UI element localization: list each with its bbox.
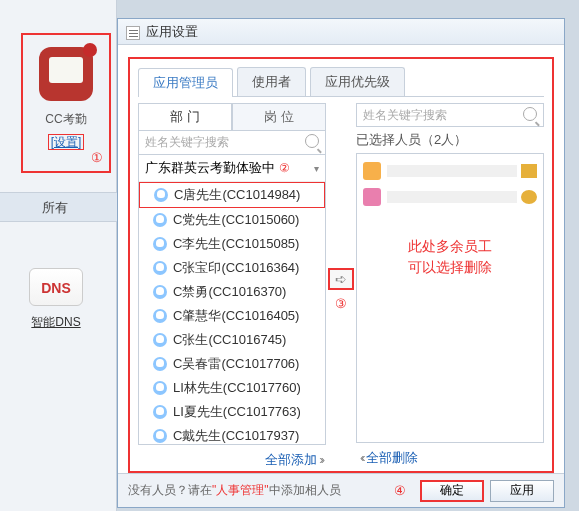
app-icon-annotation: CC考勤 [设置] ① xyxy=(21,33,111,173)
dialog-titlebar: 应用设置 xyxy=(118,19,564,45)
person-row[interactable]: C张宝印(CC1016364) xyxy=(139,256,325,280)
cc-attendance-icon[interactable] xyxy=(39,47,93,101)
subtab-post[interactable]: 岗 位 xyxy=(232,103,326,130)
search-icon xyxy=(523,107,537,121)
chevron-right-icon: ›› xyxy=(319,452,322,467)
person-row[interactable]: C吴春雷(CC1017706) xyxy=(139,352,325,376)
person-name: C吴春雷(CC1017706) xyxy=(173,355,299,373)
subtab-dept[interactable]: 部 门 xyxy=(138,103,232,130)
person-icon xyxy=(153,237,167,251)
person-icon xyxy=(153,357,167,371)
person-row[interactable]: LI夏先生(CC1017763) xyxy=(139,400,325,424)
person-icon xyxy=(153,309,167,323)
person-icon xyxy=(153,261,167,275)
badge-icon xyxy=(521,164,537,178)
person-name: LI林先生(CC1017760) xyxy=(173,379,301,397)
search-left[interactable]: 姓名关键字搜索 xyxy=(138,131,326,155)
person-icon xyxy=(153,213,167,227)
subtabs: 部 门 岗 位 xyxy=(138,103,326,131)
person-name: C戴先生(CC1017937) xyxy=(173,427,299,445)
search-right[interactable]: 姓名关键字搜索 xyxy=(356,103,544,127)
app-label: CC考勤 xyxy=(23,111,109,128)
move-right-button[interactable]: ➪ xyxy=(328,268,354,290)
tab-user[interactable]: 使用者 xyxy=(237,67,306,96)
person-row[interactable]: C唐先生(CC1014984) xyxy=(139,182,325,208)
dept-tree: 广东群英云考勤体验中 ② ▾ C唐先生(CC1014984) C党先生(CC10… xyxy=(138,155,326,445)
blurred-name xyxy=(387,191,517,203)
tree-root-label: 广东群英云考勤体验中 xyxy=(145,159,275,177)
remove-icon[interactable] xyxy=(521,190,537,204)
annotation-4: ④ xyxy=(394,483,406,498)
chevron-down-icon: ▾ xyxy=(314,163,319,174)
selected-item[interactable] xyxy=(361,184,539,210)
app-settings-dialog: 应用设置 应用管理员 使用者 应用优先级 部 门 岗 位 姓名关键字搜索 广东群… xyxy=(117,18,565,508)
person-name: C肇慧华(CC1016405) xyxy=(173,307,299,325)
person-icon xyxy=(153,429,167,443)
dns-label: 智能DNS xyxy=(29,314,83,331)
right-column: 姓名关键字搜索 已选择人员（2人） xyxy=(356,103,544,475)
apply-button[interactable]: 应用 xyxy=(490,480,554,502)
left-column: 部 门 岗 位 姓名关键字搜索 广东群英云考勤体验中 ② ▾ C唐先生(CC10… xyxy=(138,103,326,475)
person-name: C张生(CC1016745) xyxy=(173,331,286,349)
tab-admin[interactable]: 应用管理员 xyxy=(138,68,233,97)
person-row[interactable]: LI林先生(CC1017760) xyxy=(139,376,325,400)
person-row[interactable]: C李先生(CC1015085) xyxy=(139,232,325,256)
person-row[interactable]: C党先生(CC1015060) xyxy=(139,208,325,232)
settings-link-wrap: [设置] xyxy=(23,134,109,151)
person-row[interactable]: C肇慧华(CC1016405) xyxy=(139,304,325,328)
search-placeholder: 姓名关键字搜索 xyxy=(145,135,229,149)
selected-list: 此处多余员工 可以选择删除 xyxy=(356,153,544,443)
dialog-footer: 没有人员？请在"人事管理"中添加相人员 ④ 确定 应用 xyxy=(118,473,564,507)
chevron-left-icon: ‹‹ xyxy=(360,450,363,465)
person-icon xyxy=(153,333,167,347)
dialog-title: 应用设置 xyxy=(146,24,198,39)
tab-priority[interactable]: 应用优先级 xyxy=(310,67,405,96)
add-all-link[interactable]: 全部添加›› xyxy=(138,445,326,475)
mid-column: ➪ ③ xyxy=(326,103,356,475)
person-icon xyxy=(153,381,167,395)
person-name: C禁勇(CC1016370) xyxy=(173,283,286,301)
avatar xyxy=(363,162,381,180)
blurred-name xyxy=(387,165,517,177)
person-name: C张宝印(CC1016364) xyxy=(173,259,299,277)
tree-root[interactable]: 广东群英云考勤体验中 ② ▾ xyxy=(139,155,325,182)
search-icon xyxy=(305,134,319,148)
tabbar: 应用管理员 使用者 应用优先级 xyxy=(138,67,544,97)
person-row[interactable]: C禁勇(CC1016370) xyxy=(139,280,325,304)
person-icon xyxy=(154,188,168,202)
person-name: C李先生(CC1015085) xyxy=(173,235,299,253)
person-row[interactable]: C戴先生(CC1017937) xyxy=(139,424,325,445)
person-icon xyxy=(153,405,167,419)
person-name: LI夏先生(CC1017763) xyxy=(173,403,301,421)
dialog-body: 应用管理员 使用者 应用优先级 部 门 岗 位 姓名关键字搜索 广东群英云考勤体… xyxy=(128,57,554,473)
left-panel: CC考勤 [设置] ① 所有 DNS 智能DNS xyxy=(0,0,117,511)
dns-app[interactable]: DNS 智能DNS xyxy=(29,268,83,331)
selected-count: 已选择人员（2人） xyxy=(356,127,544,153)
dns-icon: DNS xyxy=(29,268,83,306)
annotation-2: ② xyxy=(279,161,290,175)
footer-text: 没有人员？请在"人事管理"中添加相人员 xyxy=(128,482,341,499)
search-placeholder: 姓名关键字搜索 xyxy=(363,108,447,122)
delete-all-link[interactable]: ‹‹全部删除 xyxy=(356,443,544,473)
ok-button[interactable]: 确定 xyxy=(420,480,484,502)
settings-link[interactable]: [设置] xyxy=(48,134,85,150)
settings-icon xyxy=(126,26,140,40)
annotation-3: ③ xyxy=(335,296,347,311)
person-name: C党先生(CC1015060) xyxy=(173,211,299,229)
avatar xyxy=(363,188,381,206)
person-icon xyxy=(153,285,167,299)
annotation-1: ① xyxy=(91,150,103,165)
tab-all[interactable]: 所有 xyxy=(0,192,117,222)
selected-item[interactable] xyxy=(361,158,539,184)
person-row[interactable]: C张生(CC1016745) xyxy=(139,328,325,352)
annotation-note: 此处多余员工 可以选择删除 xyxy=(361,236,539,278)
person-name: C唐先生(CC1014984) xyxy=(174,186,300,204)
